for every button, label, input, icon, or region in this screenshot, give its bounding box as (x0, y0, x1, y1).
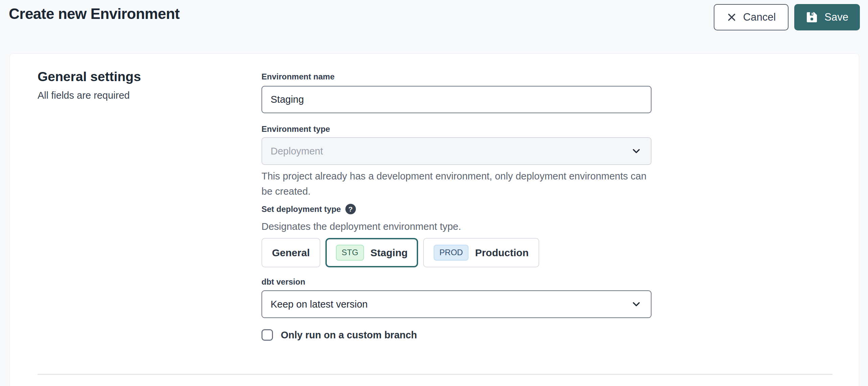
environment-type-value: Deployment (271, 146, 323, 157)
environment-type-select[interactable]: Deployment (261, 137, 652, 165)
staging-badge: STG (336, 245, 364, 261)
cancel-button-label: Cancel (743, 11, 776, 23)
section-subtitle: All fields are required (38, 90, 141, 101)
create-environment-page: { "page": { "title": "Create new Environ… (0, 0, 868, 386)
production-badge: PROD (434, 245, 469, 261)
close-icon (727, 12, 737, 22)
environment-type-label: Environment type (261, 124, 330, 134)
deployment-option-staging-label: Staging (370, 247, 408, 259)
deployment-option-general-label: General (272, 247, 310, 259)
custom-branch-checkbox[interactable] (261, 329, 273, 341)
environment-name-label: Environment name (261, 72, 335, 81)
deployment-option-production[interactable]: PROD Production (423, 238, 539, 267)
dbt-version-select[interactable]: Keep on latest version (261, 290, 652, 318)
environment-form: Environment name Environment type Deploy… (261, 54, 652, 386)
section-header: General settings All fields are required (38, 69, 141, 101)
deployment-option-staging[interactable]: STG Staging (325, 238, 418, 267)
deployment-type-description: Designates the deployment environment ty… (261, 219, 654, 234)
deployment-type-options: General STG Staging PROD Production (261, 238, 539, 267)
save-icon (806, 11, 818, 23)
dbt-version-label: dbt version (261, 277, 305, 287)
chevron-down-icon (631, 145, 642, 157)
help-icon[interactable]: ? (345, 204, 356, 214)
deployment-type-label: Set deployment type (261, 204, 341, 214)
environment-type-helper: This project already has a development e… (261, 169, 654, 199)
deployment-option-general[interactable]: General (261, 238, 320, 267)
dbt-version-value: Keep on latest version (271, 299, 368, 310)
general-settings-card: General settings All fields are required… (9, 53, 859, 386)
chevron-down-icon (631, 298, 642, 310)
custom-branch-row[interactable]: Only run on a custom branch (261, 329, 417, 341)
custom-branch-label: Only run on a custom branch (281, 330, 417, 341)
page-header: Create new Environment Cancel Save (0, 0, 868, 53)
deployment-type-label-row: Set deployment type ? (261, 204, 356, 214)
save-button[interactable]: Save (794, 4, 860, 30)
section-title: General settings (38, 69, 141, 84)
deployment-option-production-label: Production (475, 247, 528, 259)
environment-name-input[interactable] (261, 86, 652, 113)
page-title: Create new Environment (9, 5, 180, 22)
header-actions: Cancel Save (714, 4, 860, 30)
section-divider (38, 374, 832, 375)
cancel-button[interactable]: Cancel (714, 4, 789, 30)
save-button-label: Save (824, 11, 848, 23)
